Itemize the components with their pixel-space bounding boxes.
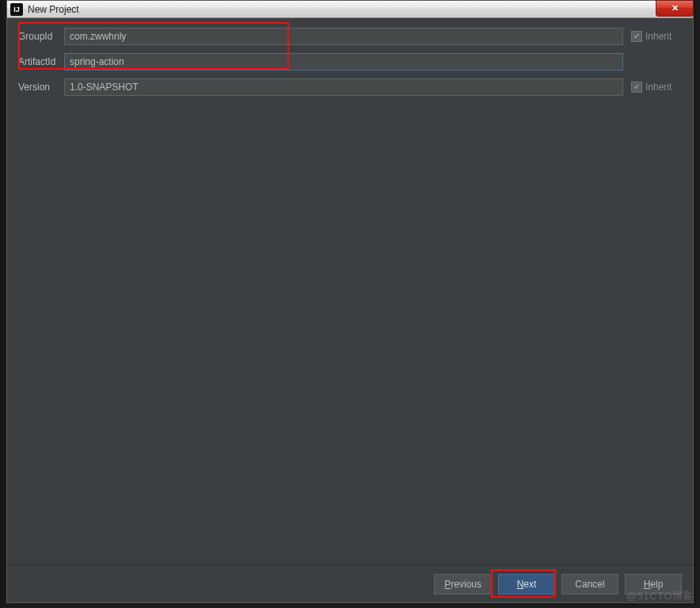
btn-text: elp [650, 579, 663, 590]
version-input[interactable] [64, 78, 623, 96]
dialog-footer: Previous Next Cancel Help [7, 564, 693, 602]
artifactid-row: ArtifactId . [18, 51, 682, 72]
window-title: New Project [28, 4, 79, 15]
close-button[interactable]: ✕ [656, 0, 694, 17]
close-icon: ✕ [671, 3, 679, 13]
version-inherit[interactable]: Inherit [631, 82, 682, 93]
btn-text: Cancel [575, 579, 604, 590]
dialog-content: GroupId Inherit ArtifactId . Version Inh… [7, 18, 693, 564]
app-icon: IJ [10, 3, 23, 16]
previous-button[interactable]: Previous [434, 574, 492, 595]
artifactid-input[interactable] [64, 53, 623, 70]
help-button[interactable]: Help [625, 574, 682, 595]
artifactid-label: ArtifactId [18, 56, 64, 67]
btn-text: ext [523, 579, 536, 590]
groupid-inherit[interactable]: Inherit [631, 31, 682, 42]
version-row: Version Inherit [18, 77, 682, 97]
groupid-label: GroupId [18, 31, 64, 42]
btn-text: revious [451, 579, 481, 590]
groupid-input[interactable] [64, 28, 623, 45]
checkbox-icon [631, 82, 642, 93]
version-label: Version [18, 82, 64, 93]
next-button[interactable]: Next [498, 574, 555, 595]
new-project-dialog: IJ New Project ✕ GroupId Inherit Artifac… [6, 0, 694, 603]
window-shadow [0, 0, 6, 608]
checkbox-icon [631, 31, 642, 42]
title-bar[interactable]: IJ New Project ✕ [7, 1, 693, 18]
cancel-button[interactable]: Cancel [561, 574, 618, 595]
inherit-label: Inherit [645, 31, 671, 42]
groupid-row: GroupId Inherit [18, 26, 682, 47]
inherit-label: Inherit [645, 82, 671, 93]
